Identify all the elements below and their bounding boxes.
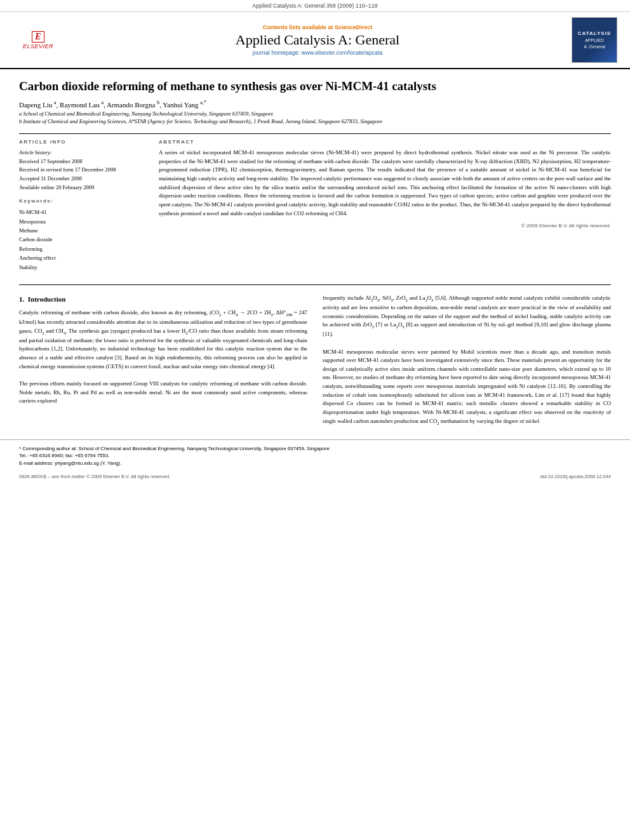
elsevier-logo: E ELSEVIER xyxy=(13,31,64,50)
article-info-abstract: ARTICLE INFO Article history: Received 1… xyxy=(19,139,611,272)
top-bar: Applied Catalysis A: General 358 (2009) … xyxy=(0,0,630,12)
elsevier-label: ELSEVIER xyxy=(23,43,53,50)
catalog-title: CATALYSIS xyxy=(578,30,611,36)
sciencedirect-brand: ScienceDirect xyxy=(335,24,373,30)
article-body: 1. Introduction Catalytic reforming of m… xyxy=(0,284,630,439)
keyword-6: Anchoring effect xyxy=(19,253,146,262)
divider1 xyxy=(19,133,611,134)
catalog-subtitle: APPLIEDA: General xyxy=(584,37,605,49)
journal-header: E ELSEVIER Contents lists available at S… xyxy=(0,12,630,69)
sciencedirect-prefix: Contents lists available at xyxy=(263,24,335,30)
keyword-2: Mesoporous xyxy=(19,217,146,226)
body-col-right: frequently include Al2O3, SiO2, ZrO2 and… xyxy=(323,294,611,426)
keyword-3: Methane xyxy=(19,226,146,235)
affiliation1: a School of Chemical and Biomedical Engi… xyxy=(19,110,611,118)
keyword-4: Carbon dioxide xyxy=(19,235,146,244)
journal-citation: Applied Catalysis A: General 358 (2009) … xyxy=(252,3,378,9)
footer-issn: 0926-860X/$ – see front matter © 2009 El… xyxy=(19,474,170,479)
journal-homepage: journal homepage: www.elsevier.com/locat… xyxy=(64,50,572,56)
affiliation2: b Institute of Chemical and Engineering … xyxy=(19,118,611,126)
keywords-section: Keywords: Ni-MCM-41 Mesoporous Methane C… xyxy=(19,198,146,272)
journal-title: Applied Catalysis A: General xyxy=(64,32,572,48)
body-para-3: frequently include Al2O3, SiO2, ZrO2 and… xyxy=(323,294,611,339)
keyword-list: Ni-MCM-41 Mesoporous Methane Carbon diox… xyxy=(19,208,146,272)
body-col-left: 1. Introduction Catalytic reforming of m… xyxy=(19,294,307,426)
article-content: Carbon dioxide reforming of methane to s… xyxy=(0,69,630,284)
homepage-label: journal homepage: xyxy=(253,50,302,56)
section1-heading: 1. Introduction xyxy=(19,294,307,305)
article-history: Article history: Received 17 September 2… xyxy=(19,149,146,192)
journal-center: Contents lists available at ScienceDirec… xyxy=(64,24,572,56)
body-divider xyxy=(19,284,611,285)
received2: Received in revised form 17 December 200… xyxy=(19,166,146,175)
abstract-text: A series of nickel incorporated MCM-41 m… xyxy=(159,149,611,218)
keyword-7: Stability xyxy=(19,263,146,272)
abstract-label: ABSTRACT xyxy=(159,139,611,145)
abstract-col: ABSTRACT A series of nickel incorporated… xyxy=(159,139,611,272)
article-title: Carbon dioxide reforming of methane to s… xyxy=(19,79,611,95)
accepted: Accepted 31 December 2008 xyxy=(19,175,146,183)
footnote-corresponding: * Corresponding author at: School of Che… xyxy=(19,445,611,453)
keyword-5: Reforming xyxy=(19,244,146,253)
authors: Dapeng Liu a, Raymond Lau a, Armando Bor… xyxy=(19,100,611,109)
homepage-url: www.elsevier.com/locate/apcata xyxy=(302,50,383,56)
catalog-icon: CATALYSIS APPLIEDA: General xyxy=(572,17,617,63)
keywords-label: Keywords: xyxy=(19,198,146,204)
affiliations: a School of Chemical and Biomedical Engi… xyxy=(19,110,611,126)
footnote-email: E-mail address: yhyang@ntu.edu.sg (Y. Ya… xyxy=(19,460,611,467)
body-columns: 1. Introduction Catalytic reforming of m… xyxy=(19,294,611,426)
body-para-4: MCM-41 mesoporous molecular sieves were … xyxy=(323,348,611,427)
elsevier-box: E xyxy=(32,31,44,43)
footnote-area: * Corresponding author at: School of Che… xyxy=(0,439,630,470)
footer-doi: doi:10.1016/j.apcata.2008.12.044 xyxy=(540,474,611,479)
footnote-tel: Tel.: +65 6316 8940; fax: +65 6794 7553. xyxy=(19,452,611,460)
sciencedirect-text: Contents lists available at ScienceDirec… xyxy=(64,24,572,30)
body-para-2: The previous efforts mainly focused on s… xyxy=(19,380,307,406)
bottom-footer: 0926-860X/$ – see front matter © 2009 El… xyxy=(0,470,630,483)
body-para-1: Catalytic reforming of methane with carb… xyxy=(19,309,307,371)
article-info-col: ARTICLE INFO Article history: Received 1… xyxy=(19,139,146,272)
history-label: Article history: xyxy=(19,149,146,157)
available: Available online 20 February 2009 xyxy=(19,183,146,192)
copyright: © 2009 Elsevier B.V. All rights reserved… xyxy=(159,223,611,229)
received1: Received 17 September 2008 xyxy=(19,157,146,166)
keyword-1: Ni-MCM-41 xyxy=(19,208,146,217)
article-info-label: ARTICLE INFO xyxy=(19,139,146,145)
